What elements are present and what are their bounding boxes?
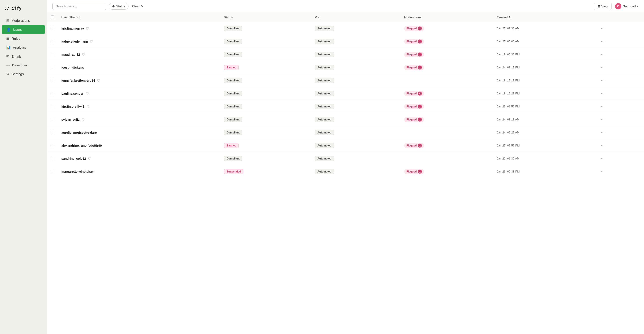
row-checkbox[interactable] <box>50 27 54 30</box>
username[interactable]: margarette.wintheiser <box>61 170 94 174</box>
more-options-button[interactable]: ··· <box>600 103 606 110</box>
more-options-button[interactable]: ··· <box>600 168 606 175</box>
col-moderations: Moderations <box>400 13 493 22</box>
moderations-cell: Flagged 4 <box>400 87 493 100</box>
more-options-button[interactable]: ··· <box>600 129 606 136</box>
view-button[interactable]: ⊟ View <box>594 3 612 10</box>
col-created-at: Created At <box>493 13 596 22</box>
row-checkbox[interactable] <box>50 105 54 108</box>
row-checkbox-cell <box>47 22 58 35</box>
row-checkbox[interactable] <box>50 170 54 174</box>
flagged-badge: Flagged 2 <box>404 26 424 31</box>
flagged-count: 1 <box>418 53 422 57</box>
sidebar-item-developer[interactable]: <> Developer <box>2 61 45 69</box>
status-badge: Compliant <box>224 104 242 109</box>
username[interactable]: kirstin.oreilly41 <box>61 105 84 108</box>
row-checkbox[interactable] <box>50 40 54 43</box>
username[interactable]: joesph.dickens <box>61 66 84 69</box>
select-all-checkbox[interactable] <box>50 16 54 19</box>
user-cell: kirstin.oreilly41 🛡 <box>58 100 220 113</box>
via-cell: Automated <box>311 165 400 178</box>
status-cell: Compliant <box>220 126 311 139</box>
flagged-badge: Flagged 1 <box>404 39 424 44</box>
status-cell: Compliant <box>220 74 311 87</box>
user-cell: aurelie_morissette-dare <box>58 126 220 139</box>
via-cell: Automated <box>311 22 400 35</box>
username[interactable]: pauline.senger <box>61 92 84 95</box>
sidebar-item-rules[interactable]: ☰ Rules <box>2 34 45 43</box>
actions-cell: ··· <box>596 152 644 165</box>
row-checkbox[interactable] <box>50 157 54 160</box>
sidebar-item-emails[interactable]: ✉ Emails <box>2 52 45 61</box>
via-badge: Automated <box>315 78 334 83</box>
via-cell: Automated <box>311 61 400 74</box>
rules-icon: ☰ <box>6 36 10 41</box>
more-options-button[interactable]: ··· <box>600 38 606 45</box>
flagged-count: 2 <box>418 143 422 148</box>
created-at-cell: Jan 19, 06:36 PM <box>493 48 596 61</box>
sidebar-item-users[interactable]: 👤 Users <box>2 25 45 34</box>
actions-cell: ··· <box>596 22 644 35</box>
status-badge: Compliant <box>224 117 242 122</box>
user-cell: alexandrine.runolfsdottir90 <box>58 139 220 152</box>
clear-button[interactable]: Clear ✕ <box>131 3 144 10</box>
more-options-button[interactable]: ··· <box>600 64 606 71</box>
created-at-cell: Jan 24, 08:17 PM <box>493 61 596 74</box>
sidebar-item-label: Moderations <box>12 19 30 23</box>
username[interactable]: kristina.murray <box>61 27 84 30</box>
table-row: pauline.senger 🛡 Compliant Automated Fla… <box>47 87 644 100</box>
sidebar-item-moderations[interactable]: ⊟ Moderations <box>2 16 45 25</box>
shield-icon: 🛡 <box>86 92 89 95</box>
row-checkbox[interactable] <box>50 131 54 134</box>
username[interactable]: alexandrine.runolfsdottir90 <box>61 144 102 147</box>
created-at-cell: Jan 23, 02:38 PM <box>493 165 596 178</box>
account-menu[interactable]: G Gumroad ▾ <box>615 3 639 10</box>
row-checkbox[interactable] <box>50 79 54 82</box>
table-row: kristina.murray 🛡 Compliant Automated Fl… <box>47 22 644 35</box>
status-filter-button[interactable]: ⊕ Status <box>109 3 128 10</box>
moderations-cell: Flagged 2 <box>400 139 493 152</box>
via-badge: Automated <box>315 117 334 122</box>
actions-cell: ··· <box>596 126 644 139</box>
row-checkbox-cell <box>47 100 58 113</box>
flagged-count: 1 <box>418 170 422 174</box>
select-all-col <box>47 13 58 22</box>
table-row: aurelie_morissette-dare Compliant Automa… <box>47 126 644 139</box>
actions-cell: ··· <box>596 74 644 87</box>
row-checkbox[interactable] <box>50 53 54 56</box>
row-checkbox[interactable] <box>50 66 54 69</box>
username[interactable]: jennyfer.breitenberg14 <box>61 79 95 82</box>
via-cell: Automated <box>311 48 400 61</box>
shield-icon: 🛡 <box>90 40 94 43</box>
row-checkbox-cell <box>47 35 58 48</box>
actions-cell: ··· <box>596 35 644 48</box>
more-options-button[interactable]: ··· <box>600 25 606 32</box>
username[interactable]: sylvan_ortiz <box>61 118 80 121</box>
username[interactable]: sandrine_cole12 <box>61 157 86 160</box>
status-cell: Compliant <box>220 35 311 48</box>
row-checkbox[interactable] <box>50 92 54 95</box>
moderations-cell: Flagged 1 <box>400 61 493 74</box>
username[interactable]: maud.rath32 <box>61 53 80 56</box>
row-checkbox[interactable] <box>50 118 54 121</box>
actions-cell: ··· <box>596 61 644 74</box>
user-cell: joesph.dickens <box>58 61 220 74</box>
sidebar-item-settings[interactable]: ⚙ Settings <box>2 70 45 78</box>
table-row: sylvan_ortiz 🛡 Compliant Automated Flagg… <box>47 113 644 126</box>
view-label: View <box>602 5 608 8</box>
more-options-button[interactable]: ··· <box>600 116 606 123</box>
row-checkbox[interactable] <box>50 144 54 147</box>
more-options-button[interactable]: ··· <box>600 51 606 58</box>
sidebar-item-analytics[interactable]: 📊 Analytics <box>2 43 45 52</box>
via-cell: Automated <box>311 113 400 126</box>
username[interactable]: aurelie_morissette-dare <box>61 131 97 134</box>
shield-icon: 🛡 <box>86 27 89 30</box>
more-options-button[interactable]: ··· <box>600 142 606 149</box>
more-options-button[interactable]: ··· <box>600 90 606 97</box>
more-options-button[interactable]: ··· <box>600 77 606 84</box>
moderations-icon: ⊟ <box>6 18 9 23</box>
search-input[interactable] <box>52 3 106 10</box>
username[interactable]: judge.stiedemann <box>61 40 88 43</box>
more-options-button[interactable]: ··· <box>600 155 606 162</box>
shield-icon: 🛡 <box>82 118 85 121</box>
